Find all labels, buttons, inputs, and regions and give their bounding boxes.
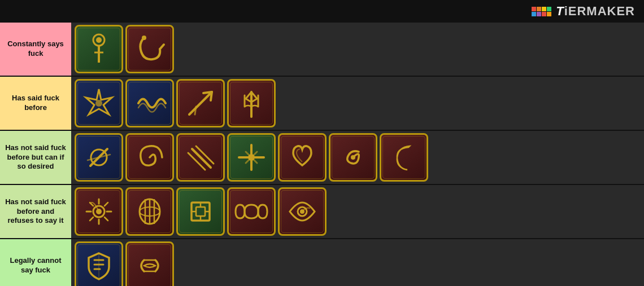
sun-icon	[82, 195, 116, 228]
tier-row-has-said: Has said fuck before	[0, 77, 644, 131]
tier-item[interactable]	[329, 133, 377, 182]
tier-items-has-said	[71, 77, 644, 130]
tier-item[interactable]	[278, 133, 327, 182]
tier-item[interactable]	[278, 187, 327, 236]
tiermaker-logo: TiERMAKER	[532, 4, 635, 19]
svg-line-7	[203, 92, 212, 93]
tier-label-text: Has not said fuck before but can if so d…	[5, 143, 67, 172]
tier-label-text: Legally cannot say fuck	[5, 256, 67, 275]
tier-items-legally	[71, 239, 644, 286]
wave-icon	[133, 86, 167, 120]
tier-item[interactable]	[75, 79, 123, 127]
tier-items-has-not-can	[71, 131, 644, 184]
logo-cell	[542, 7, 546, 11]
cage-icon	[133, 195, 167, 228]
tier-label-has-said: Has said fuck before	[0, 77, 71, 130]
svg-line-6	[189, 92, 212, 115]
star4-icon	[82, 86, 116, 120]
logo-grid	[532, 7, 551, 16]
tier-label-has-not-can: Has not said fuck before but can if so d…	[0, 131, 71, 184]
hook-icon	[133, 32, 167, 66]
svg-line-29	[105, 203, 108, 206]
shield-icon	[82, 249, 116, 283]
tier-items-constantly	[71, 23, 644, 76]
tier-item[interactable]	[75, 187, 123, 236]
tier-item[interactable]	[125, 133, 174, 182]
tier-item[interactable]	[176, 79, 225, 127]
logo-cell	[547, 7, 551, 11]
arrow-icon	[184, 86, 217, 120]
lines-icon	[184, 140, 217, 174]
svg-line-30	[90, 217, 93, 221]
eye-icon	[285, 195, 319, 228]
logo-cell	[537, 7, 541, 11]
svg-point-4	[142, 36, 146, 40]
tier-list: Constantly says fuck Ha	[0, 23, 644, 286]
logo-cell	[547, 12, 551, 16]
tier-label-text: Constantly says fuck	[5, 39, 67, 59]
tier-item[interactable]	[176, 133, 225, 182]
tier-item[interactable]	[125, 187, 174, 236]
svg-line-16	[188, 153, 205, 170]
svg-line-9	[195, 107, 196, 115]
tier-label-text: Has not said fuck before and refuses to …	[5, 197, 67, 226]
tier-item[interactable]	[227, 133, 276, 182]
tier-item[interactable]	[380, 133, 428, 182]
tier-row-legally: Legally cannot say fuck	[0, 239, 644, 286]
tier-item[interactable]	[125, 79, 174, 127]
bow-icon	[133, 249, 167, 283]
slash-icon	[82, 140, 116, 174]
logo-cell	[537, 12, 541, 16]
tier-label-text: Has said fuck before	[5, 94, 67, 113]
svg-point-1	[96, 37, 102, 43]
svg-line-28	[105, 217, 108, 221]
tier-item[interactable]	[125, 25, 174, 73]
tier-label-constantly: Constantly says fuck	[0, 23, 71, 76]
crescent-icon	[387, 140, 421, 174]
logo-text: TiERMAKER	[556, 4, 635, 19]
tier-item[interactable]	[227, 79, 276, 127]
infinity-icon	[234, 195, 268, 228]
heart-icon	[285, 140, 319, 174]
tier-row-refuses: Has not said fuck before and refuses to …	[0, 185, 644, 239]
cross4-icon	[234, 140, 268, 174]
trident-icon	[234, 86, 268, 120]
tier-label-legally: Legally cannot say fuck	[0, 239, 71, 286]
svg-point-5	[95, 100, 102, 107]
tier-item[interactable]	[75, 241, 123, 286]
tier-item[interactable]	[227, 187, 276, 236]
swirl-icon	[336, 140, 370, 174]
logo-cell	[532, 12, 536, 16]
tier-item[interactable]	[75, 133, 123, 182]
tier-row-constantly: Constantly says fuck	[0, 23, 644, 77]
svg-rect-37	[196, 207, 205, 216]
svg-line-8	[211, 92, 212, 100]
tier-item[interactable]	[125, 241, 174, 286]
tier-row-has-not-can: Has not said fuck before but can if so d…	[0, 131, 644, 185]
staff-icon	[82, 32, 116, 66]
tier-label-refuses: Has not said fuck before and refuses to …	[0, 185, 71, 238]
svg-point-20	[351, 155, 355, 160]
header-bar: TiERMAKER	[0, 0, 644, 23]
spiral-icon	[133, 140, 167, 174]
logo-cell	[542, 12, 546, 16]
svg-point-19	[248, 154, 255, 161]
tier-item[interactable]	[75, 25, 123, 73]
square-icon	[184, 195, 217, 228]
logo-cell	[532, 7, 536, 11]
tier-item[interactable]	[176, 187, 225, 236]
tier-items-refuses	[71, 185, 644, 238]
